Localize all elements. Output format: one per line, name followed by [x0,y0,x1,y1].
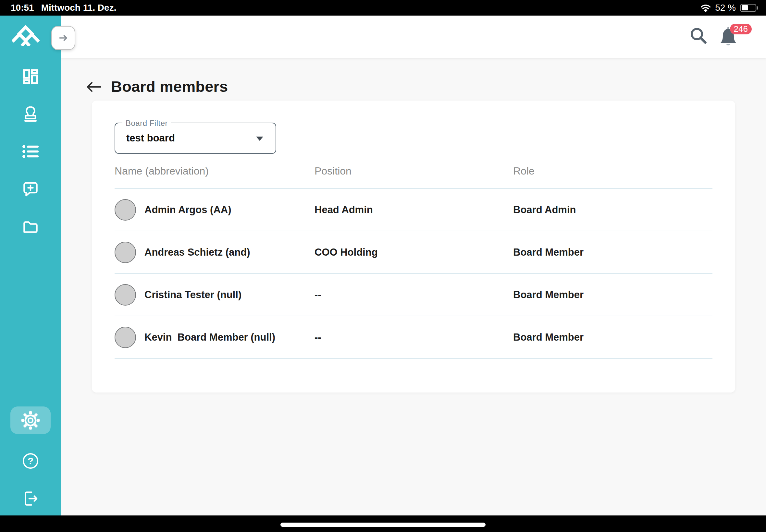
sidebar-item-logout[interactable] [23,491,38,506]
notification-count: 246 [734,24,748,34]
app-header: 246 [61,16,766,58]
bottom-bar [0,515,766,532]
board-filter-label: Board Filter [122,119,171,128]
avatar [115,327,136,348]
main-content: Board members Board Filter test board Na… [61,58,766,515]
search-button[interactable] [690,27,707,44]
status-time: 10:51 [11,3,34,13]
avatar [115,242,136,263]
double-chevron-mountain-logo [12,22,40,46]
status-date: Mittwoch 11. Dez. [41,3,116,13]
member-name: Cristina Tester (null) [144,289,241,301]
member-position: COO Holding [314,247,513,258]
sidebar-item-new-message[interactable] [23,181,38,197]
member-position: -- [314,332,513,343]
table-row[interactable]: Andreas Schietz (and) COO Holding Board … [115,231,712,274]
sidebar-item-settings-active[interactable] [10,406,51,434]
sidebar-item-help[interactable]: ? [23,453,38,469]
sidebar-item-dashboard[interactable] [23,69,38,84]
sidebar: ? [0,16,61,515]
list-icon [22,145,39,158]
sidebar-item-documents[interactable] [23,219,38,235]
table-row[interactable]: Kevin Board Member (null) -- Board Membe… [115,316,712,359]
status-bar-left: 10:51 Mittwoch 11. Dez. [11,3,116,13]
avatar [115,284,136,306]
member-name: Andreas Schietz (and) [144,247,250,258]
board-filter-select[interactable]: Board Filter test board [115,123,276,154]
member-role: Board Admin [513,204,712,216]
search-icon [690,27,707,44]
app-window: ? [0,16,766,515]
status-bar: 10:51 Mittwoch 11. Dez. 52 % [0,0,766,16]
home-indicator[interactable] [280,523,486,527]
back-button[interactable] [86,80,102,94]
column-header-name: Name (abbreviation) [115,165,314,177]
member-name: Kevin Board Member (null) [144,332,275,343]
board-filter-value: test board [126,132,175,144]
arrow-right-icon [57,32,69,44]
member-role: Board Member [513,332,712,343]
sidebar-item-tasks[interactable] [23,144,38,159]
table-row[interactable]: Cristina Tester (null) -- Board Member [115,274,712,316]
member-position: Head Admin [314,204,513,216]
chat-add-icon [23,181,38,197]
logout-icon [22,491,39,506]
notification-count-badge[interactable]: 246 [730,24,752,34]
avatar [115,199,136,221]
member-role: Board Member [513,289,712,301]
table-row[interactable]: Admin Argos (AA) Head Admin Board Admin [115,189,712,231]
wifi-icon [700,4,711,12]
battery-percent-label: 52 % [715,3,736,13]
help-glyph: ? [28,456,33,466]
table-body: Admin Argos (AA) Head Admin Board Admin [115,189,712,359]
arrow-left-icon [86,81,101,93]
member-position: -- [314,289,513,301]
settings-gear-icon [21,411,40,430]
sidebar-item-approvals[interactable] [23,106,38,122]
battery-nub [757,6,758,10]
battery-icon [740,4,756,12]
column-header-position: Position [314,165,513,177]
chevron-down-icon [256,137,263,141]
dashboard-icon [23,69,38,84]
status-bar-right: 52 % [700,3,756,13]
table-header-row: Name (abbreviation) Position Role [115,154,712,189]
help-icon: ? [23,453,38,469]
member-role: Board Member [513,247,712,258]
board-members-card: Board Filter test board Name (abbreviati… [92,101,735,393]
battery-fill [742,5,748,10]
page-title: Board members [111,78,228,95]
stamp-icon [23,106,38,122]
folder-icon [23,221,38,234]
column-header-role: Role [513,165,712,177]
sidebar-expand-button[interactable] [51,26,75,50]
member-name: Admin Argos (AA) [144,204,231,216]
